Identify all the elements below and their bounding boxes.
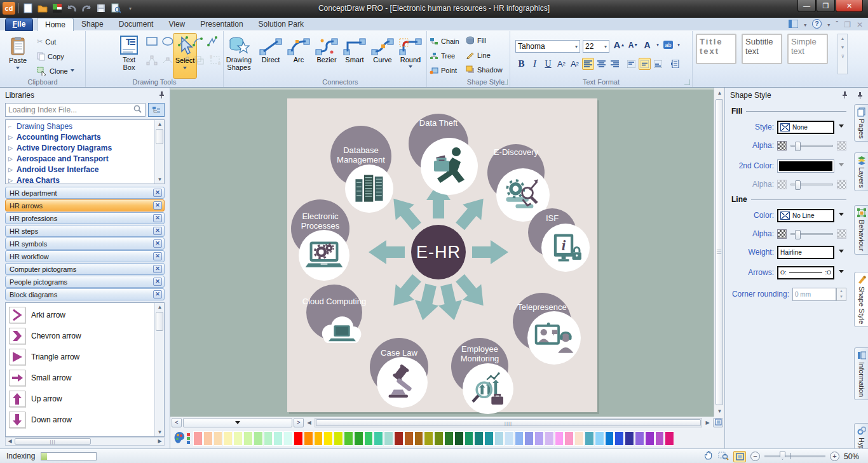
color-swatch[interactable] [505, 431, 514, 446]
tree-item-active-directory-diagrams[interactable]: ▷Active Directory Diagrams [6, 142, 154, 153]
style-card-subtitle-text[interactable]: Subtitle text [742, 34, 782, 64]
align-left-button[interactable] [582, 58, 594, 70]
tree-item-accounting-flowcharts[interactable]: ▷Accounting Flowcharts [6, 131, 154, 142]
color-swatch[interactable] [254, 431, 263, 446]
fill-alpha-slider[interactable] [790, 145, 833, 147]
color-swatch[interactable] [595, 431, 604, 446]
tab-document[interactable]: Document [111, 18, 161, 31]
side-tab-layers[interactable]: Layers [854, 152, 868, 191]
font-size-combo[interactable]: 22▾ [583, 40, 609, 53]
text-direction-button[interactable] [669, 58, 681, 70]
zoom-slider[interactable] [764, 455, 825, 457]
help-icon[interactable]: ? [812, 19, 822, 30]
color-swatch[interactable] [264, 431, 273, 446]
diagram-center-node[interactable]: E-HR [411, 225, 466, 279]
color-swatch[interactable] [243, 431, 253, 446]
color-swatch[interactable] [574, 431, 584, 446]
color-swatch[interactable] [534, 431, 544, 446]
point-button[interactable]: Point [430, 67, 457, 74]
library-bar-hr-arrows[interactable]: HR arrows✕ [5, 199, 165, 211]
library-bar-people-pictograms[interactable]: People pictograms✕ [5, 276, 165, 288]
library-search-box[interactable] [5, 103, 146, 117]
library-bar-hr-professions[interactable]: HR professions✕ [5, 212, 165, 224]
arc-tool-icon[interactable] [193, 36, 203, 46]
zoom-select-icon[interactable] [718, 450, 729, 462]
style-card-title-text[interactable]: Title text [696, 34, 736, 64]
panels-dropdown-icon[interactable]: ▾ [804, 22, 806, 28]
color-swatch[interactable] [203, 431, 213, 446]
tree-item-android-user-interface[interactable]: ▷Android User Interface [6, 164, 154, 175]
second-color-dropdown-button[interactable] [836, 159, 846, 173]
color-swatch[interactable] [545, 431, 554, 446]
shadow-button[interactable]: Shadow [466, 65, 503, 74]
font-color-dropdown[interactable]: ▾ [655, 39, 660, 51]
color-swatch[interactable] [645, 431, 654, 446]
library-search-input[interactable] [6, 105, 130, 114]
hscroll-right-arrow[interactable]: ▶ [703, 419, 712, 427]
close-library-icon[interactable]: ✕ [153, 265, 162, 273]
reshape-tool-icon[interactable] [146, 55, 158, 65]
color-swatch[interactable] [465, 431, 474, 446]
line-alpha-slider[interactable] [790, 233, 833, 235]
line-tool-icon[interactable] [178, 36, 188, 46]
color-swatch[interactable] [294, 431, 303, 446]
tree-item-area-charts[interactable]: ▷Area Charts [6, 175, 154, 184]
color-swatch[interactable] [605, 431, 614, 446]
library-bar-hr-symbols[interactable]: HR symbols✕ [5, 238, 165, 250]
shrink-font-button[interactable]: A▼ [627, 39, 639, 51]
shape-list-scrollbar[interactable]: ▲ ▼ [154, 303, 164, 436]
line-weight-dropdown[interactable]: Hairline [777, 246, 834, 259]
close-library-icon[interactable]: ✕ [153, 189, 162, 197]
paste-button[interactable]: Paste [5, 34, 31, 71]
color-swatch[interactable] [614, 431, 624, 446]
line-arrows-dropdown[interactable]: O: :O [777, 266, 834, 279]
expander-icon[interactable]: ▷ [8, 156, 15, 162]
group-tool-icon[interactable] [194, 55, 205, 65]
fit-page-button[interactable] [733, 451, 746, 462]
tab-presentation[interactable]: Presentation [193, 18, 250, 31]
cut-button[interactable]: ✂Cut [37, 37, 56, 46]
color-swatch[interactable] [635, 431, 644, 446]
pin-icon[interactable] [159, 91, 165, 100]
color-swatch[interactable] [625, 431, 634, 446]
shape-item-arki-arrow[interactable]: Arki arrow [6, 304, 154, 325]
collapse-ribbon-icon[interactable]: ˆ [836, 20, 838, 29]
line-color-dropdown[interactable]: No Line [777, 209, 834, 222]
textbox-button[interactable]: T Text Box [116, 33, 142, 71]
shape-item-triangle-arrow[interactable]: Triangle arrow [6, 346, 154, 367]
minimize-button[interactable]: — [797, 0, 816, 12]
color-swatch[interactable] [424, 431, 433, 446]
library-bar-computer-pictograms[interactable]: Computer pictograms✕ [5, 263, 165, 275]
color-swatch[interactable] [283, 431, 293, 446]
expander-icon[interactable]: ▷ [8, 177, 15, 184]
align-top-button[interactable] [625, 58, 637, 70]
close-library-icon[interactable]: ✕ [153, 252, 162, 260]
second-alpha-slider[interactable] [790, 184, 833, 185]
text-format-dialog-launcher[interactable] [684, 79, 690, 85]
color-swatch[interactable] [454, 431, 464, 446]
color-swatch[interactable] [364, 431, 374, 446]
font-name-combo[interactable]: Tahoma▾ [515, 40, 580, 53]
gallery-scroll[interactable]: ▲▼⊽ [837, 34, 848, 74]
color-swatch[interactable] [494, 431, 504, 446]
fit-page-button-small[interactable] [713, 418, 723, 427]
document-page[interactable]: Data TheftE-DiscoveryiISFTelepresenceEmp… [287, 98, 597, 412]
pan-hand-icon[interactable] [703, 450, 714, 462]
color-swatch[interactable] [334, 431, 343, 446]
hscroll-left-arrow[interactable]: ◀ [305, 419, 313, 427]
close-library-icon[interactable]: ✕ [153, 239, 162, 248]
highlight-button[interactable]: ab [662, 39, 674, 51]
shape-item-down-arrow[interactable]: Down arrow [6, 409, 154, 430]
shape-style-dialog-launcher[interactable] [502, 79, 508, 85]
rectangle-tool-icon[interactable] [146, 36, 158, 46]
color-swatch[interactable] [344, 431, 353, 446]
zoom-out-button[interactable]: − [750, 452, 760, 461]
prev-page-button[interactable]: < [172, 418, 182, 427]
color-swatch[interactable] [404, 431, 414, 446]
file-menu-button[interactable]: File [5, 18, 33, 31]
close-library-icon[interactable]: ✕ [153, 227, 162, 235]
color-swatch[interactable] [474, 431, 484, 446]
tree-item-drawing-shapes[interactable]: ⌐Drawing Shapes [6, 121, 154, 131]
library-bar-hr-department[interactable]: HR department✕ [5, 187, 165, 199]
shape-list-hscrollbar[interactable]: ◀ ||| ▶ [5, 437, 165, 446]
